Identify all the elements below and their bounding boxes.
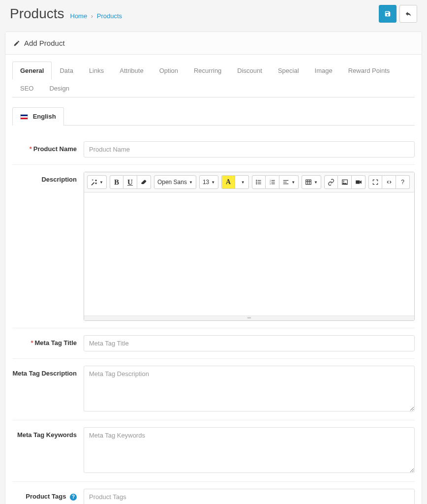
editor-help-button[interactable]: ? <box>396 175 410 189</box>
tab-content: *Product Name Description ▼ B U <box>12 126 415 504</box>
eraser-icon <box>140 179 147 186</box>
cancel-button[interactable] <box>399 5 417 23</box>
label-product-tags: Product Tags ? <box>12 489 84 504</box>
tab-general[interactable]: General <box>12 62 52 80</box>
rich-text-editor: ▼ B U Open Sans▼ 13▼ <box>84 172 415 321</box>
panel-heading: Add Product <box>5 32 422 55</box>
breadcrumb-home[interactable]: Home <box>70 12 88 20</box>
editor-toolbar: ▼ B U Open Sans▼ 13▼ <box>84 172 414 192</box>
link-icon <box>328 179 335 186</box>
language-tabs: English <box>12 107 415 126</box>
editor-font-family-button[interactable]: Open Sans▼ <box>154 175 196 189</box>
svg-rect-9 <box>271 180 274 181</box>
meta-title-input[interactable] <box>84 335 415 351</box>
editor-more-color-button[interactable]: ▼ <box>235 175 249 189</box>
magic-icon <box>91 179 97 186</box>
svg-text:3: 3 <box>270 183 271 185</box>
editor-font-color-button[interactable]: A <box>221 175 235 189</box>
form-group-product-name: *Product Name <box>12 134 415 164</box>
meta-keywords-input[interactable] <box>84 427 415 473</box>
panel-body: General Data Links Attribute Option Recu… <box>5 55 422 504</box>
editor-video-button[interactable] <box>352 175 366 189</box>
svg-rect-11 <box>271 184 274 184</box>
svg-rect-15 <box>306 180 311 184</box>
tab-links[interactable]: Links <box>81 62 112 80</box>
form-group-description: Description ▼ B U Open Sans▼ <box>12 164 415 328</box>
tab-discount[interactable]: Discount <box>229 62 270 80</box>
svg-point-20 <box>343 181 344 182</box>
breadcrumb: Home › Products <box>70 12 122 20</box>
tab-data[interactable]: Data <box>52 62 81 80</box>
svg-rect-4 <box>258 182 261 182</box>
breadcrumb-separator: › <box>91 12 93 20</box>
svg-rect-5 <box>258 184 261 184</box>
label-meta-keywords: Meta Tag Keywords <box>12 427 84 474</box>
lang-tab-english[interactable]: English <box>12 107 64 126</box>
tab-reward-points[interactable]: Reward Points <box>340 62 398 80</box>
tab-image[interactable]: Image <box>307 62 340 80</box>
editor-underline-button[interactable]: U <box>123 175 137 189</box>
list-ul-icon <box>255 179 262 186</box>
lang-label: English <box>33 113 56 120</box>
page-header-left: Products Home › Products <box>10 6 122 22</box>
page-title: Products <box>10 6 64 22</box>
meta-description-input[interactable] <box>84 366 415 411</box>
product-tags-input[interactable] <box>84 489 415 504</box>
align-icon <box>282 179 289 186</box>
svg-rect-10 <box>271 182 274 182</box>
save-button[interactable] <box>379 5 396 23</box>
svg-rect-13 <box>283 182 287 182</box>
editor-textarea[interactable] <box>84 192 414 315</box>
help-icon[interactable]: ? <box>70 494 77 501</box>
svg-point-1 <box>256 182 257 183</box>
editor-paragraph-button[interactable]: ▼ <box>279 175 299 189</box>
picture-icon <box>341 179 348 186</box>
page-header: Products Home › Products <box>0 0 427 32</box>
main-tabs: General Data Links Attribute Option Recu… <box>12 62 415 97</box>
product-name-input[interactable] <box>84 141 415 158</box>
pencil-icon <box>13 40 20 47</box>
tab-special[interactable]: Special <box>270 62 307 80</box>
video-icon <box>355 179 362 186</box>
svg-rect-3 <box>258 180 261 181</box>
tab-recurring[interactable]: Recurring <box>186 62 229 80</box>
svg-rect-12 <box>283 180 289 181</box>
flag-en-icon <box>20 114 28 120</box>
label-product-name: *Product Name <box>12 141 84 158</box>
save-icon <box>384 10 391 17</box>
editor-codeview-button[interactable] <box>382 175 396 189</box>
code-icon <box>386 179 393 186</box>
editor-link-button[interactable] <box>324 175 338 189</box>
form-group-meta-keywords: Meta Tag Keywords <box>12 420 415 481</box>
list-ol-icon: 123 <box>269 179 276 186</box>
editor-ol-button[interactable]: 123 <box>266 175 279 189</box>
label-meta-description: Meta Tag Description <box>12 366 84 413</box>
tab-attribute[interactable]: Attribute <box>112 62 151 80</box>
form-group-meta-title: *Meta Tag Title <box>12 328 415 358</box>
editor-picture-button[interactable] <box>338 175 352 189</box>
form-group-meta-description: Meta Tag Description <box>12 358 415 420</box>
editor-fullscreen-button[interactable] <box>368 175 382 189</box>
form-group-product-tags: Product Tags ? <box>12 481 415 504</box>
label-meta-title: *Meta Tag Title <box>12 335 84 351</box>
tab-option[interactable]: Option <box>152 62 186 80</box>
editor-table-button[interactable]: ▼ <box>302 175 321 189</box>
editor-style-button[interactable]: ▼ <box>87 175 107 189</box>
label-description: Description <box>12 172 84 321</box>
breadcrumb-current[interactable]: Products <box>97 12 122 20</box>
svg-point-2 <box>256 183 257 184</box>
panel: Add Product General Data Links Attribute… <box>5 32 422 504</box>
editor-clear-button[interactable] <box>137 175 151 189</box>
svg-rect-14 <box>283 184 289 184</box>
editor-bold-button[interactable]: B <box>110 175 123 189</box>
tab-seo[interactable]: SEO <box>12 79 41 97</box>
page-actions <box>379 5 417 23</box>
svg-rect-21 <box>356 181 360 184</box>
editor-font-size-button[interactable]: 13▼ <box>199 175 218 189</box>
editor-ul-button[interactable] <box>252 175 266 189</box>
table-icon <box>305 179 312 186</box>
editor-resize-handle[interactable]: ═ <box>84 315 414 320</box>
tab-design[interactable]: Design <box>41 79 77 97</box>
reply-icon <box>405 10 412 17</box>
fullscreen-icon <box>372 179 379 186</box>
